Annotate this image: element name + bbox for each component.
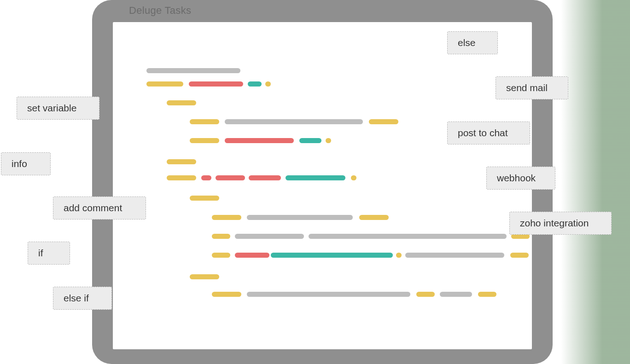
code-token xyxy=(190,119,219,124)
code-token xyxy=(216,175,245,180)
code-token xyxy=(299,138,321,143)
task-chip-else[interactable]: else xyxy=(447,31,498,54)
chip-label: else xyxy=(458,37,476,48)
code-token xyxy=(212,215,241,220)
code-token xyxy=(351,175,356,180)
code-token xyxy=(189,81,243,87)
code-token xyxy=(235,253,269,258)
task-chip-send-mail[interactable]: send mail xyxy=(496,76,568,99)
task-chip-add-comment[interactable]: add comment xyxy=(53,196,146,220)
code-token xyxy=(212,234,230,239)
code-token xyxy=(247,292,410,297)
task-chip-if[interactable]: if xyxy=(28,242,70,265)
code-token xyxy=(440,292,472,297)
code-token xyxy=(212,253,230,258)
device-frame: Deluge Tasks xyxy=(92,0,553,364)
chip-label: send mail xyxy=(506,82,548,93)
code-token xyxy=(212,292,241,297)
code-token xyxy=(190,196,219,201)
code-token xyxy=(190,138,219,143)
code-token xyxy=(167,100,196,105)
device-title: Deluge Tasks xyxy=(129,5,191,17)
chip-label: zoho integration xyxy=(520,218,589,228)
chip-label: else if xyxy=(64,293,89,303)
task-chip-else-if[interactable]: else if xyxy=(53,287,112,310)
code-token xyxy=(271,253,393,258)
code-token xyxy=(416,292,435,297)
code-token xyxy=(326,138,331,143)
code-token xyxy=(167,175,196,180)
code-token xyxy=(225,119,363,124)
code-token xyxy=(359,215,389,220)
code-token xyxy=(396,253,402,258)
chip-label: webhook xyxy=(497,173,536,183)
code-token xyxy=(235,234,304,239)
task-chip-info[interactable]: info xyxy=(1,152,51,175)
task-chip-set-variable[interactable]: set variable xyxy=(17,97,99,120)
task-chip-post-to-chat[interactable]: post to chat xyxy=(447,121,530,144)
task-chip-webhook[interactable]: webhook xyxy=(486,167,555,190)
background-accent xyxy=(561,0,630,364)
chip-label: add comment xyxy=(64,202,122,213)
code-token xyxy=(286,175,345,180)
task-chip-zoho-integration[interactable]: zoho integration xyxy=(509,212,612,235)
code-token xyxy=(190,274,219,279)
code-token xyxy=(248,81,262,87)
chip-label: if xyxy=(38,248,43,258)
code-token xyxy=(146,81,183,87)
chip-label: post to chat xyxy=(458,127,508,138)
code-token xyxy=(146,68,240,73)
chip-label: set variable xyxy=(27,103,76,113)
chip-label: info xyxy=(12,158,27,169)
code-token xyxy=(201,175,211,180)
code-token xyxy=(247,215,353,220)
code-token xyxy=(309,234,507,239)
code-token xyxy=(510,253,529,258)
code-token xyxy=(249,175,281,180)
code-token xyxy=(478,292,496,297)
code-token xyxy=(225,138,294,143)
code-token xyxy=(405,253,504,258)
code-token xyxy=(369,119,398,124)
code-token xyxy=(265,81,271,87)
code-token xyxy=(167,159,196,164)
